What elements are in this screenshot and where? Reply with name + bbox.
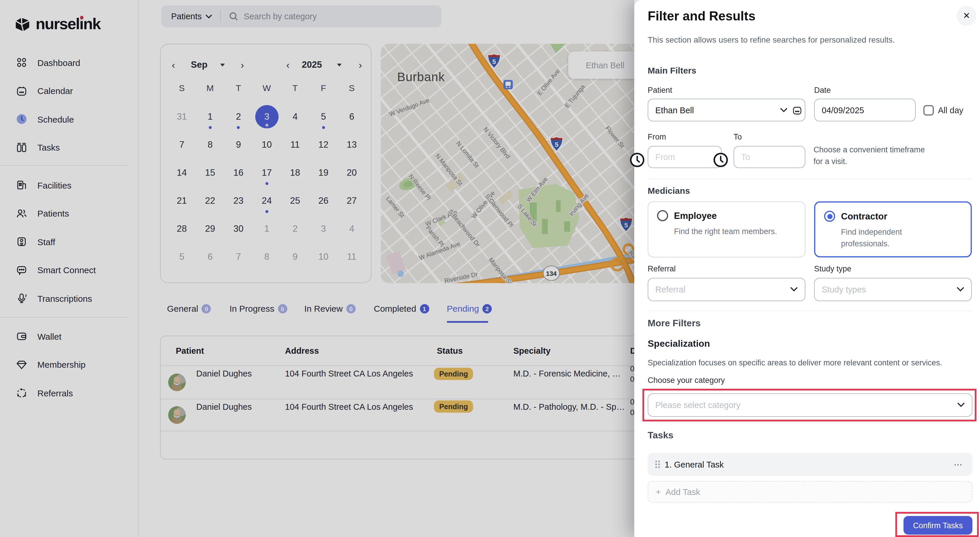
referral-placeholder: Referral xyxy=(655,285,686,294)
option-description: Find the right team members. xyxy=(674,226,796,238)
date-input[interactable] xyxy=(814,99,916,121)
more-filters-heading: More Filters xyxy=(648,318,700,329)
chevron-down-icon xyxy=(957,287,964,292)
option-label: Contractor xyxy=(841,211,887,221)
patient-select-value: Ethan Bell xyxy=(655,105,694,115)
chevron-down-icon xyxy=(780,108,787,112)
medician-option-contractor[interactable]: Contractor Find independent professional… xyxy=(814,202,972,257)
app-window: nurselink Dashboard Calendar Schedule Ta… xyxy=(0,0,980,537)
option-label: Employee xyxy=(674,210,717,221)
drawer-subtitle: This section allows users to refine sear… xyxy=(648,35,895,44)
category-label: Choose your category xyxy=(648,376,725,384)
drawer-divider xyxy=(648,311,972,311)
annotation-box-confirm xyxy=(895,512,979,537)
clock-icon xyxy=(713,153,728,167)
clock-icon xyxy=(630,153,645,167)
specialization-heading: Specialization xyxy=(648,338,710,349)
drawer-divider xyxy=(648,179,972,179)
calendar-icon xyxy=(792,105,802,115)
drawer-title: Filter and Results xyxy=(648,9,756,24)
annotation-box-category xyxy=(643,389,977,421)
chevron-down-icon xyxy=(790,287,798,292)
study-type-label: Study type xyxy=(814,264,851,273)
specialization-description: Specialization focuses on specific areas… xyxy=(648,357,975,369)
radio-checked-icon[interactable] xyxy=(824,211,835,222)
all-day-label: All day xyxy=(938,106,963,115)
to-time-input[interactable] xyxy=(733,146,805,168)
main-filters-heading: Main Filters xyxy=(648,65,697,75)
task-label: 1. General Task xyxy=(665,460,724,469)
filter-results-drawer: Filter and Results ✕ This section allows… xyxy=(634,0,980,537)
modal-dim-overlay xyxy=(0,0,634,537)
timeframe-hint: Choose a convenient timeframe for a visi… xyxy=(813,144,939,167)
medician-option-employee[interactable]: Employee Find the right team members. xyxy=(648,202,805,257)
tasks-heading: Tasks xyxy=(648,430,673,441)
task-item[interactable]: 1. General Task ⋯ xyxy=(648,453,972,476)
from-time-input[interactable] xyxy=(648,146,722,168)
task-menu-icon[interactable]: ⋯ xyxy=(954,459,963,470)
add-task-button[interactable]: + Add Task xyxy=(648,481,972,502)
referral-select[interactable]: Referral xyxy=(648,278,805,301)
from-label: From xyxy=(648,132,666,141)
close-icon: ✕ xyxy=(963,11,970,21)
option-description: Find independent professionals. xyxy=(841,226,934,250)
radio-icon[interactable] xyxy=(657,210,668,221)
patient-select[interactable]: Ethan Bell xyxy=(648,99,805,121)
referral-label: Referral xyxy=(648,264,676,273)
study-type-select[interactable]: Study types xyxy=(814,278,972,301)
to-label: To xyxy=(733,132,742,141)
date-label: Date xyxy=(814,86,831,95)
patient-label: Patient xyxy=(648,86,672,95)
all-day-checkbox[interactable] xyxy=(923,105,934,116)
add-task-label: Add Task xyxy=(665,487,700,496)
drag-handle-icon[interactable] xyxy=(655,461,660,468)
study-type-placeholder: Study types xyxy=(822,285,866,294)
medicians-heading: Medicians xyxy=(648,186,690,195)
close-button[interactable]: ✕ xyxy=(957,6,977,26)
plus-icon: + xyxy=(656,487,661,496)
